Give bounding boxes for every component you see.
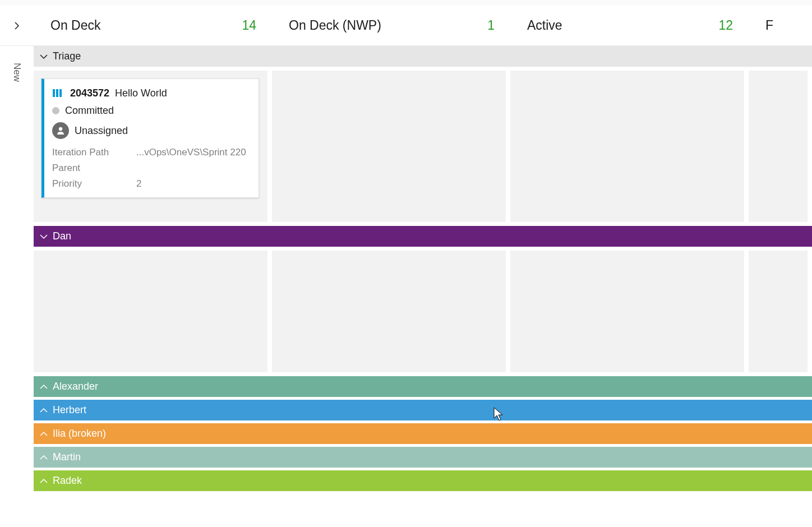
lane-cell[interactable] bbox=[34, 251, 267, 372]
swimlane-label: Radek bbox=[53, 475, 82, 487]
left-rail-new[interactable]: New bbox=[0, 46, 34, 491]
column-title: On Deck (NWP) bbox=[289, 18, 381, 33]
card-field-iteration: Iteration Path ...vOps\OneVS\Sprint 220 bbox=[52, 147, 250, 158]
swimlane-header-triage[interactable]: Triage bbox=[34, 46, 812, 67]
swimlane-content-triage: 2043572 Hello World Committed bbox=[34, 67, 812, 226]
product-backlog-item-icon bbox=[52, 87, 64, 99]
swimlane-header-martin[interactable]: Martin bbox=[34, 447, 812, 468]
swimlane-label: Ilia (broken) bbox=[53, 428, 106, 440]
state-dot-icon bbox=[52, 107, 59, 114]
swimlane-label: Martin bbox=[53, 451, 81, 463]
card-state-row: Committed bbox=[52, 105, 250, 117]
lane-cell[interactable] bbox=[749, 71, 808, 222]
field-value: ...vOps\OneVS\Sprint 220 bbox=[136, 147, 250, 158]
columns-header: On Deck 14 On Deck (NWP) 1 Active 12 F bbox=[0, 6, 812, 46]
unassigned-avatar-icon bbox=[52, 122, 69, 139]
lane-cell[interactable] bbox=[272, 251, 506, 372]
column-header-on-deck-nwp[interactable]: On Deck (NWP) 1 bbox=[272, 18, 510, 33]
column-title: Active bbox=[527, 18, 562, 33]
swimlanes-container: Triage 2043572 Hello Wo bbox=[34, 46, 812, 491]
board-body: New Triage bbox=[0, 46, 812, 491]
card-id: 2043572 bbox=[70, 87, 109, 99]
svg-rect-1 bbox=[56, 89, 58, 97]
column-header-active[interactable]: Active 12 bbox=[510, 18, 749, 33]
chevron-down-icon bbox=[39, 232, 48, 241]
swimlane-content-dan bbox=[34, 247, 812, 376]
swimlane-header-alexander[interactable]: Alexander bbox=[34, 376, 812, 397]
swimlane-header-dan[interactable]: Dan bbox=[34, 226, 812, 247]
left-rail-label: New bbox=[11, 63, 22, 82]
swimlane-header-radek[interactable]: Radek bbox=[34, 470, 812, 491]
top-gap bbox=[0, 0, 812, 6]
chevron-down-icon bbox=[39, 52, 48, 61]
column-title: On Deck bbox=[50, 18, 100, 33]
lane-cell[interactable] bbox=[510, 71, 744, 222]
swimlane-label: Dan bbox=[53, 230, 71, 242]
card-field-parent: Parent bbox=[52, 163, 250, 174]
card-assignee-row[interactable]: Unassigned bbox=[52, 122, 250, 139]
field-label: Parent bbox=[52, 163, 136, 174]
svg-rect-0 bbox=[53, 89, 55, 97]
field-value bbox=[136, 163, 250, 174]
svg-point-3 bbox=[59, 127, 62, 131]
field-value: 2 bbox=[136, 178, 250, 189]
column-title: F bbox=[765, 18, 773, 33]
chevron-up-icon bbox=[39, 382, 48, 391]
field-label: Priority bbox=[52, 178, 136, 189]
lane-cell[interactable] bbox=[510, 251, 744, 372]
expand-columns-button[interactable] bbox=[0, 6, 34, 45]
card-fields: Iteration Path ...vOps\OneVS\Sprint 220 … bbox=[52, 147, 250, 189]
chevron-up-icon bbox=[39, 406, 48, 415]
column-count: 14 bbox=[242, 18, 256, 33]
card-state: Committed bbox=[65, 105, 114, 117]
swimlane-label: Triage bbox=[53, 50, 81, 62]
swimlane-label: Alexander bbox=[53, 381, 98, 392]
lane-cell[interactable]: 2043572 Hello World Committed bbox=[34, 71, 267, 222]
column-header-on-deck[interactable]: On Deck 14 bbox=[34, 18, 272, 33]
column-header-partial[interactable]: F bbox=[749, 18, 812, 33]
swimlane-header-ilia[interactable]: Ilia (broken) bbox=[34, 423, 812, 444]
lane-cell[interactable] bbox=[749, 251, 808, 372]
work-item-card[interactable]: 2043572 Hello World Committed bbox=[41, 78, 259, 198]
card-title: Hello World bbox=[115, 87, 167, 99]
card-assignee: Unassigned bbox=[75, 125, 128, 137]
chevron-up-icon bbox=[39, 429, 48, 438]
field-label: Iteration Path bbox=[52, 147, 136, 158]
column-count: 1 bbox=[487, 18, 495, 33]
swimlane-label: Herbert bbox=[53, 404, 86, 416]
chevron-up-icon bbox=[39, 453, 48, 462]
svg-rect-2 bbox=[59, 89, 62, 97]
lane-cell[interactable] bbox=[272, 71, 506, 222]
card-field-priority: Priority 2 bbox=[52, 178, 250, 189]
column-count: 12 bbox=[718, 18, 733, 33]
card-title-row: 2043572 Hello World bbox=[52, 87, 250, 99]
swimlane-header-herbert[interactable]: Herbert bbox=[34, 400, 812, 420]
chevron-right-icon bbox=[12, 21, 21, 30]
chevron-up-icon bbox=[39, 477, 48, 486]
